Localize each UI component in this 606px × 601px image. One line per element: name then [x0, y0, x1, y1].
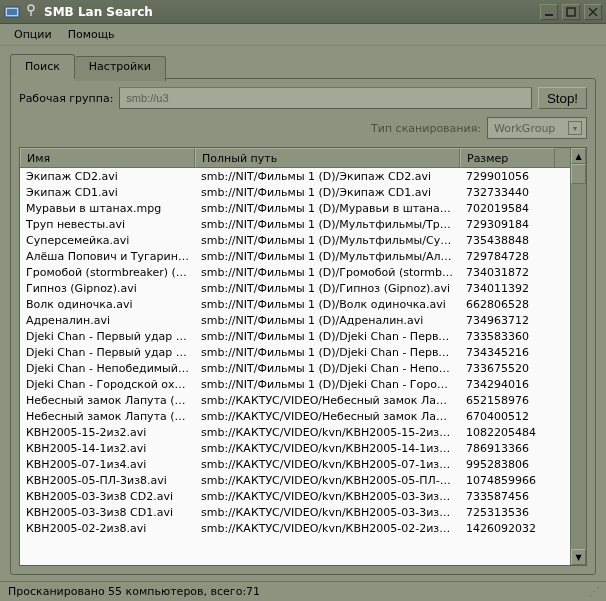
- tab-strip: Поиск Настройки: [10, 54, 596, 79]
- column-size[interactable]: Размер: [460, 148, 555, 167]
- table-row[interactable]: Волк одиночка.avismb://NIT/Фильмы 1 (D)/…: [20, 296, 570, 312]
- column-path[interactable]: Полный путь: [195, 148, 460, 167]
- cell-size: 735438848: [460, 234, 555, 247]
- cell-size: 734011392: [460, 282, 555, 295]
- table-row[interactable]: Экипаж CD1.avismb://NIT/Фильмы 1 (D)/Эки…: [20, 184, 570, 200]
- cell-path: smb://NIT/Фильмы 1 (D)/Волк одиночка.avi: [195, 298, 460, 311]
- cell-size: 786913366: [460, 442, 555, 455]
- cell-size: 729309184: [460, 218, 555, 231]
- minimize-button[interactable]: [540, 4, 558, 20]
- table-row[interactable]: Djeki Chan - Первый удар 2 of 2...smb://…: [20, 328, 570, 344]
- cell-name: Djeki Chan - Первый удар 2 of 2...: [20, 330, 195, 343]
- cell-size: 734345216: [460, 346, 555, 359]
- cell-name: Экипаж CD2.avi: [20, 170, 195, 183]
- cell-name: Небесный замок Лапута (Castle...: [20, 394, 195, 407]
- table-row[interactable]: КВН2005-03-3из8 CD2.avismb://КАКТУС/VIDE…: [20, 488, 570, 504]
- cell-name: Экипаж CD1.avi: [20, 186, 195, 199]
- cell-size: 734294016: [460, 378, 555, 391]
- cell-path: smb://NIT/Фильмы 1 (D)/Мультфильмы/Труп …: [195, 218, 460, 231]
- cell-size: 734963712: [460, 314, 555, 327]
- scantype-label: Тип сканирования:: [371, 122, 481, 135]
- cell-size: 1074859966: [460, 474, 555, 487]
- cell-path: smb://КАКТУС/VIDEO/kvn/КВН2005-05-ПЛ-3из…: [195, 474, 460, 487]
- cell-path: smb://NIT/Фильмы 1 (D)/Djeki Chan - Перв…: [195, 330, 460, 343]
- pin-icon[interactable]: [24, 3, 38, 20]
- cell-name: Djeki Chan - Первый удар 1 of 2...: [20, 346, 195, 359]
- table-row[interactable]: Небесный замок Лапута (Castle...smb://КА…: [20, 408, 570, 424]
- menu-bar: Опции Помощь: [0, 24, 606, 46]
- scantype-value: WorkGroup: [494, 122, 555, 135]
- cell-name: КВН2005-02-2из8.avi: [20, 522, 195, 535]
- vertical-scrollbar[interactable]: ▲ ▼: [570, 148, 586, 565]
- cell-name: Громобой (stormbreaker) (экран...: [20, 266, 195, 279]
- stop-button[interactable]: Stop!: [538, 87, 587, 109]
- cell-size: 733587456: [460, 490, 555, 503]
- cell-name: Муравьи в штанах.mpg: [20, 202, 195, 215]
- cell-path: smb://КАКТУС/VIDEO/kvn/КВН2005-03-3из8 C…: [195, 506, 460, 519]
- tab-panel-search: Рабочая группа: Stop! Тип сканирования: …: [10, 78, 596, 575]
- menu-help[interactable]: Помощь: [60, 26, 123, 43]
- cell-path: smb://КАКТУС/VIDEO/kvn/КВН2005-03-3из8 C…: [195, 490, 460, 503]
- cell-size: 662806528: [460, 298, 555, 311]
- table-row[interactable]: Громобой (stormbreaker) (экран...smb://N…: [20, 264, 570, 280]
- cell-size: 995283806: [460, 458, 555, 471]
- column-name[interactable]: Имя: [20, 148, 195, 167]
- cell-name: КВН2005-05-ПЛ-3из8.avi: [20, 474, 195, 487]
- table-row[interactable]: Муравьи в штанах.mpgsmb://NIT/Фильмы 1 (…: [20, 200, 570, 216]
- menu-options[interactable]: Опции: [6, 26, 60, 43]
- cell-name: Гипноз (Gipnoz).avi: [20, 282, 195, 295]
- table-row[interactable]: КВН2005-15-2из2.avismb://КАКТУС/VIDEO/kv…: [20, 424, 570, 440]
- table-row[interactable]: Небесный замок Лапута (Castle...smb://КА…: [20, 392, 570, 408]
- cell-name: КВН2005-03-3из8 CD2.avi: [20, 490, 195, 503]
- cell-path: smb://NIT/Фильмы 1 (D)/Гипноз (Gipnoz).a…: [195, 282, 460, 295]
- tab-settings[interactable]: Настройки: [75, 56, 166, 81]
- cell-name: КВН2005-03-3из8 CD1.avi: [20, 506, 195, 519]
- table-row[interactable]: Труп невесты.avismb://NIT/Фильмы 1 (D)/М…: [20, 216, 570, 232]
- window-title: SMB Lan Search: [44, 5, 540, 19]
- tab-search[interactable]: Поиск: [10, 54, 75, 79]
- table-row[interactable]: Суперсемейка.avismb://NIT/Фильмы 1 (D)/М…: [20, 232, 570, 248]
- cell-path: smb://КАКТУС/VIDEO/kvn/КВН2005-14-1из2.a…: [195, 442, 460, 455]
- cell-name: КВН2005-14-1из2.avi: [20, 442, 195, 455]
- cell-path: smb://КАКТУС/VIDEO/kvn/КВН2005-15-2из2.a…: [195, 426, 460, 439]
- table-row[interactable]: Алёша Попович и Тугарин Змей...smb://NIT…: [20, 248, 570, 264]
- cell-size: 729901056: [460, 170, 555, 183]
- cell-name: Небесный замок Лапута (Castle...: [20, 410, 195, 423]
- scroll-up-icon[interactable]: ▲: [571, 148, 586, 164]
- chevron-down-icon: ▾: [568, 121, 582, 135]
- table-header: Имя Полный путь Размер: [20, 148, 570, 168]
- cell-name: Суперсемейка.avi: [20, 234, 195, 247]
- svg-point-2: [28, 5, 34, 11]
- resize-grip-icon[interactable]: ⋰: [589, 585, 598, 598]
- table-row[interactable]: КВН2005-02-2из8.avismb://КАКТУС/VIDEO/kv…: [20, 520, 570, 536]
- table-row[interactable]: КВН2005-03-3из8 CD1.avismb://КАКТУС/VIDE…: [20, 504, 570, 520]
- table-row[interactable]: КВН2005-14-1из2.avismb://КАКТУС/VIDEO/kv…: [20, 440, 570, 456]
- scroll-down-icon[interactable]: ▼: [571, 549, 586, 565]
- cell-size: 734031872: [460, 266, 555, 279]
- table-row[interactable]: Djeki Chan - Непобедимый драк...smb://NI…: [20, 360, 570, 376]
- scroll-thumb[interactable]: [571, 164, 586, 184]
- table-row[interactable]: Адреналин.avismb://NIT/Фильмы 1 (D)/Адре…: [20, 312, 570, 328]
- cell-size: 732733440: [460, 186, 555, 199]
- table-row[interactable]: КВН2005-05-ПЛ-3из8.avismb://КАКТУС/VIDEO…: [20, 472, 570, 488]
- table-row[interactable]: Djeki Chan - Первый удар 1 of 2...smb://…: [20, 344, 570, 360]
- close-button[interactable]: [584, 4, 602, 20]
- workgroup-input[interactable]: [119, 87, 532, 109]
- table-row[interactable]: Djeki Chan - Городской охотник...smb://N…: [20, 376, 570, 392]
- table-row[interactable]: Гипноз (Gipnoz).avismb://NIT/Фильмы 1 (D…: [20, 280, 570, 296]
- cell-size: 670400512: [460, 410, 555, 423]
- cell-size: 702019584: [460, 202, 555, 215]
- cell-name: Адреналин.avi: [20, 314, 195, 327]
- maximize-button[interactable]: [562, 4, 580, 20]
- cell-path: smb://КАКТУС/VIDEO/Небесный замок Лапута…: [195, 410, 460, 423]
- scantype-combo[interactable]: WorkGroup ▾: [487, 117, 587, 139]
- table-row[interactable]: Экипаж CD2.avismb://NIT/Фильмы 1 (D)/Эки…: [20, 168, 570, 184]
- cell-path: smb://NIT/Фильмы 1 (D)/Муравьи в штанах.…: [195, 202, 460, 215]
- cell-size: 733583360: [460, 330, 555, 343]
- workgroup-label: Рабочая группа:: [19, 92, 113, 105]
- table-row[interactable]: КВН2005-07-1из4.avismb://КАКТУС/VIDEO/kv…: [20, 456, 570, 472]
- cell-size: 729784728: [460, 250, 555, 263]
- cell-size: 1082205484: [460, 426, 555, 439]
- svg-rect-5: [567, 8, 575, 16]
- cell-name: Djeki Chan - Городской охотник...: [20, 378, 195, 391]
